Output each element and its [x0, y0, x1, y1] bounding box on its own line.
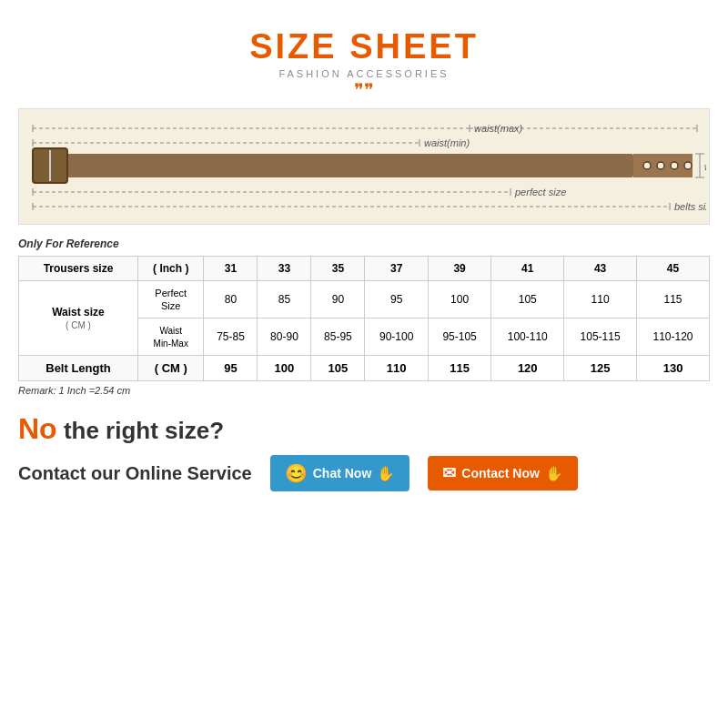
- no-size-question: the right size?: [64, 417, 224, 444]
- mail-icon: ✉: [442, 463, 456, 483]
- no-size-text: No the right size?: [18, 412, 710, 446]
- belt-115: 115: [428, 356, 490, 381]
- waist-label: Waist size( CM ): [19, 281, 138, 356]
- table-header-39: 39: [428, 257, 490, 281]
- table-row-belt-length: Belt Length ( CM ) 95 100 105 110 115 12…: [19, 356, 710, 381]
- chat-btn-label: Chat Now: [313, 466, 372, 480]
- page-title: SIZE SHEET: [249, 27, 479, 66]
- contact-section: Contact our Online Service 😊 Chat Now ✋ …: [18, 455, 710, 491]
- belt-125: 125: [564, 356, 637, 381]
- no-size-section: No the right size? Contact our Online Se…: [18, 412, 710, 491]
- minmax-39: 95-105: [428, 318, 490, 356]
- perfect-41: 105: [491, 281, 564, 318]
- perfect-size-label: PerfectSize: [138, 281, 204, 318]
- perfect-33: 85: [258, 281, 311, 318]
- table-header-41: 41: [491, 257, 564, 281]
- table-header-col2: ( Inch ): [138, 257, 204, 281]
- svg-point-17: [684, 162, 692, 169]
- contact-btn-label: Contact Now: [461, 466, 540, 480]
- belt-120: 120: [491, 356, 564, 381]
- reference-label: Only For Reference: [18, 238, 710, 250]
- perfect-31: 80: [204, 281, 258, 318]
- contact-label: Contact our Online Service: [18, 463, 252, 484]
- minmax-33: 80-90: [258, 318, 311, 356]
- svg-text:perfect size: perfect size: [514, 187, 566, 197]
- belt-105: 105: [311, 356, 365, 381]
- minmax-43: 105-115: [564, 318, 637, 356]
- table-header-col1: Trousers size: [19, 257, 138, 281]
- page: SIZE SHEET FASHION ACCESSORIES ❞❞ waist(…: [0, 0, 728, 728]
- belt-diagram: waist(max) waist(min) width: [18, 108, 710, 225]
- belt-130: 130: [637, 356, 710, 381]
- hand-icon-contact: ✋: [545, 465, 563, 482]
- svg-point-14: [643, 162, 651, 169]
- page-subtitle: FASHION ACCESSORIES: [278, 68, 449, 79]
- contact-now-button[interactable]: ✉ Contact Now ✋: [428, 456, 578, 490]
- minmax-37: 90-100: [365, 318, 428, 356]
- belt-95: 95: [204, 356, 258, 381]
- svg-text:width: width: [704, 162, 706, 172]
- belt-diagram-svg: waist(max) waist(min) width: [24, 114, 706, 221]
- no-label: No: [18, 412, 57, 445]
- belt-length-label: Belt Length: [19, 356, 138, 381]
- waist-minmax-label: WaistMin-Max: [138, 318, 204, 356]
- belt-110: 110: [365, 356, 428, 381]
- table-header-35: 35: [311, 257, 365, 281]
- minmax-31: 75-85: [204, 318, 258, 356]
- chat-icon: 😊: [285, 462, 308, 484]
- svg-text:waist(max): waist(max): [474, 123, 523, 134]
- belt-100: 100: [258, 356, 311, 381]
- belt-length-unit: ( CM ): [138, 356, 204, 381]
- svg-point-15: [657, 162, 664, 169]
- perfect-45: 115: [637, 281, 710, 318]
- perfect-37: 95: [365, 281, 428, 318]
- table-header-31: 31: [204, 257, 258, 281]
- svg-text:belts size: belts size: [674, 201, 706, 212]
- table-header-43: 43: [564, 257, 637, 281]
- svg-rect-10: [33, 154, 633, 177]
- minmax-35: 85-95: [311, 318, 365, 356]
- svg-text:waist(min): waist(min): [424, 137, 470, 148]
- table-header-45: 45: [637, 257, 710, 281]
- table-row-perfect: Waist size( CM ) PerfectSize 80 85 90 95…: [19, 281, 710, 318]
- size-table: Trousers size ( Inch ) 31 33 35 37 39 41…: [18, 256, 710, 381]
- table-header-37: 37: [365, 257, 428, 281]
- hand-icon-chat: ✋: [377, 465, 395, 482]
- chat-now-button[interactable]: 😊 Chat Now ✋: [270, 455, 410, 491]
- chevron-decoration: ❞❞: [354, 81, 374, 99]
- perfect-39: 100: [428, 281, 490, 318]
- perfect-35: 90: [311, 281, 365, 318]
- minmax-41: 100-110: [491, 318, 564, 356]
- remark-text: Remark: 1 Inch =2.54 cm: [18, 385, 710, 396]
- svg-point-16: [671, 162, 678, 169]
- table-header-33: 33: [258, 257, 311, 281]
- minmax-45: 110-120: [637, 318, 710, 356]
- perfect-43: 110: [564, 281, 637, 318]
